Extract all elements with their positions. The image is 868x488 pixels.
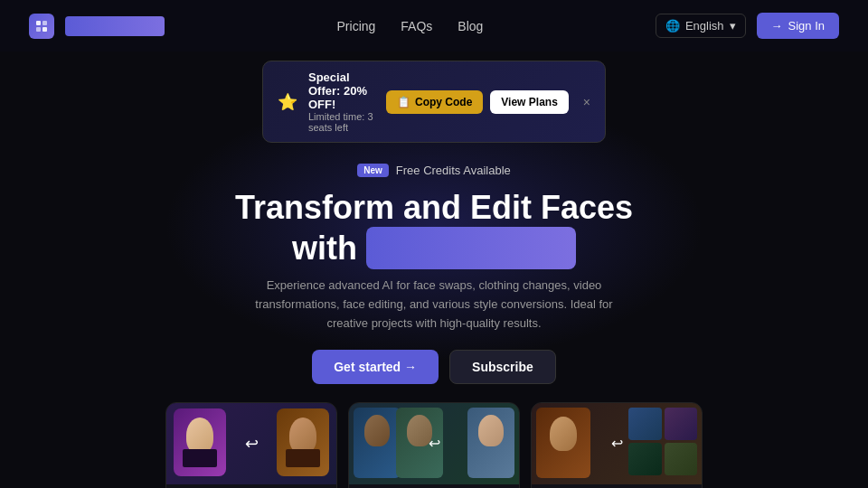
svg-rect-2: [36, 27, 41, 32]
get-started-label: Get started →: [334, 360, 417, 374]
face-left-1: [174, 408, 226, 476]
card-multiple-face-swap[interactable]: ↩ Multiple Face Swap: [348, 402, 520, 488]
multiple-face-mockup: ↩: [349, 403, 519, 484]
navbar-center: Pricing FAQs Blog: [337, 19, 484, 33]
svg-rect-3: [42, 27, 47, 32]
lang-label: English: [685, 19, 724, 33]
card-consistent-character[interactable]: ↩ Consistent Character: [531, 402, 703, 488]
card-multiple-face-swap-label: Multiple Face Swap: [349, 484, 519, 488]
free-credits-text: Free Credits Available: [396, 164, 511, 177]
subscribe-label: Subscribe: [472, 360, 533, 374]
view-plans-label: View Plans: [501, 96, 557, 108]
hero-title-highlight: [366, 227, 576, 269]
hero-title: Transform and Edit Faces with: [18, 188, 850, 269]
view-plans-button[interactable]: View Plans: [490, 90, 568, 114]
sign-in-button[interactable]: → Sign In: [757, 13, 839, 39]
logo-icon: [29, 14, 54, 39]
close-icon[interactable]: ×: [583, 95, 590, 109]
face-multi-left-1: [354, 408, 401, 478]
copy-icon: 📋: [397, 96, 410, 108]
banner-subtitle: Limited time: 3 seats left: [308, 111, 375, 133]
card-multiple-face-swap-image: ↩: [349, 403, 519, 484]
new-tag: New: [357, 164, 389, 177]
banner-title: Special Offer: 20% OFF!: [308, 70, 375, 111]
hero-title-with: with: [292, 230, 357, 267]
card-consistent-character-label: Consistent Character: [532, 484, 702, 488]
card-ai-face-swap[interactable]: ↩ AI Face Swap: [165, 402, 337, 488]
banner-text: Special Offer: 20% OFF! Limited time: 3 …: [308, 70, 375, 133]
consistent-char-mockup: ↩: [532, 403, 702, 484]
hero-title-line1: Transform and Edit Faces: [235, 189, 633, 226]
card-ai-face-swap-image: ↩: [166, 403, 336, 484]
hero-section: New Free Credits Available Transform and…: [0, 152, 868, 399]
navbar: Pricing FAQs Blog 🌐 English ▾ → Sign In: [0, 0, 868, 52]
multi-swap-arrow-icon: ↩: [429, 435, 440, 452]
globe-icon: 🌐: [665, 19, 680, 33]
char-face-left: [536, 408, 590, 478]
copy-code-label: Copy Code: [415, 96, 472, 108]
swap-arrow-icon: ↩: [245, 434, 259, 454]
card-consistent-character-image: ↩: [532, 403, 702, 484]
banner-star-icon: ⭐: [278, 92, 297, 112]
char-grid: [628, 408, 697, 475]
new-badge: New Free Credits Available: [357, 164, 511, 177]
logo-text: [65, 16, 165, 36]
chevron-down-icon: ▾: [730, 19, 736, 33]
language-selector[interactable]: 🌐 English ▾: [656, 14, 746, 38]
svg-rect-0: [36, 21, 41, 25]
copy-code-button[interactable]: 📋 Copy Code: [386, 90, 483, 114]
face-multi-right-1: [467, 408, 514, 478]
sign-in-icon: →: [771, 19, 783, 33]
face-swap-mockup: ↩: [166, 403, 336, 484]
navbar-left: [29, 14, 165, 39]
card-ai-face-swap-label: AI Face Swap: [166, 484, 336, 488]
nav-pricing[interactable]: Pricing: [337, 19, 376, 33]
navbar-right: 🌐 English ▾ → Sign In: [656, 13, 839, 39]
nav-faqs[interactable]: FAQs: [401, 19, 432, 33]
svg-rect-1: [42, 21, 47, 25]
feature-cards-row: ↩ AI Face Swap ↩: [0, 402, 868, 488]
sign-in-label: Sign In: [788, 19, 825, 33]
hero-subtitle: Experience advanced AI for face swaps, c…: [253, 277, 615, 333]
hero-actions: Get started → Subscribe: [18, 350, 850, 384]
promo-banner: ⭐ Special Offer: 20% OFF! Limited time: …: [262, 61, 606, 143]
face-right-1: [277, 408, 329, 476]
nav-blog[interactable]: Blog: [458, 19, 483, 33]
subscribe-button[interactable]: Subscribe: [449, 350, 556, 384]
consistent-arrow-icon: ↩: [611, 435, 623, 452]
banner-actions: 📋 Copy Code View Plans: [386, 90, 569, 114]
get-started-button[interactable]: Get started →: [312, 350, 439, 384]
